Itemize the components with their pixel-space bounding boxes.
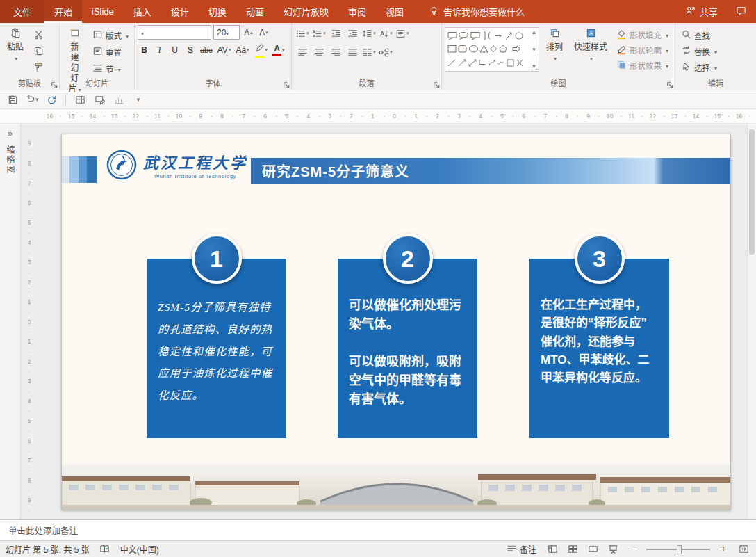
tab-动画[interactable]: 动画 [236, 0, 274, 23]
zoom-in-button[interactable] [716, 542, 730, 556]
paste-icon [10, 28, 21, 40]
vertical-scrollbar[interactable] [747, 124, 756, 519]
numbering-button[interactable] [311, 26, 327, 41]
format-painter-button[interactable] [31, 60, 46, 74]
highlight-color-button[interactable] [253, 43, 270, 57]
language-indicator[interactable]: 中文(中国) [120, 543, 159, 555]
align-left-button[interactable] [295, 45, 310, 60]
reading-view-button[interactable] [586, 542, 600, 556]
notes-toggle-button[interactable]: 备注 [504, 542, 539, 556]
shapes-gallery[interactable] [445, 27, 529, 72]
tab-文件[interactable]: 文件 [0, 0, 44, 23]
zoom-slider-thumb[interactable] [677, 545, 682, 554]
text-shadow-button[interactable]: S [183, 43, 197, 57]
customize-qat-button[interactable]: ▾ [130, 92, 147, 107]
tab-设计[interactable]: 设计 [161, 0, 199, 23]
slide-sorter-view-button[interactable] [566, 542, 580, 556]
paste-button[interactable]: 粘贴 [3, 25, 28, 76]
content-card-2[interactable]: 2可以做催化剂处理污染气体。 可以做吸附剂，吸附空气中的甲醛等有毒有害气体。 [338, 234, 477, 438]
redo-button[interactable] [43, 92, 60, 107]
content-card-1[interactable]: 1ZSM-5分子筛具有独特的孔道结构、良好的热稳定性和催化性能，可应用于油炼化过… [147, 234, 286, 438]
font-color-button[interactable]: A [271, 43, 286, 57]
ruler-mark: 8 [556, 109, 577, 123]
tab-审阅[interactable]: 审阅 [338, 0, 376, 23]
grow-font-button[interactable]: A [242, 26, 255, 40]
content-card-3[interactable]: 3在化工生产过程中，是很好的“择形反应”催化剂，还能参与MTO、甲苯歧化、二甲苯… [529, 234, 669, 438]
zoom-out-button[interactable] [626, 542, 640, 556]
share-button[interactable]: 共享 [677, 0, 726, 23]
find-button[interactable]: 查找 [678, 28, 720, 42]
find-icon [681, 29, 691, 41]
layout-button[interactable]: 版式 [90, 28, 131, 42]
character-spacing-button[interactable]: AV [216, 43, 233, 57]
justify-button[interactable] [345, 45, 360, 60]
convert-smartart-button[interactable] [378, 45, 393, 60]
columns-button[interactable] [361, 45, 377, 60]
bold-button[interactable]: B [138, 43, 151, 57]
gallery-up-icon[interactable]: ▲ [532, 29, 537, 35]
font-dialog-launcher[interactable] [281, 80, 290, 88]
tab-iSlide[interactable]: iSlide [82, 0, 124, 23]
tab-插入[interactable]: 插入 [124, 0, 161, 23]
align-right-button[interactable] [328, 45, 343, 60]
font-name-combo[interactable] [138, 25, 211, 40]
quick-styles-button[interactable]: A 快速样式 [570, 25, 611, 76]
editing-group-label: 编辑 [675, 77, 756, 88]
increase-indent-button[interactable] [345, 26, 360, 41]
horizontal-ruler[interactable]: 1615141312111098765432101234567891011121… [39, 109, 750, 123]
start-inking-button[interactable] [91, 92, 108, 107]
drawing-dialog-launcher[interactable] [665, 80, 673, 88]
text-direction-button[interactable] [378, 26, 393, 41]
expand-thumbnails-icon[interactable] [8, 128, 13, 138]
cut-button[interactable] [31, 28, 46, 42]
tell-me-box[interactable]: 告诉我你想要做什么 [429, 0, 525, 23]
shape-effects-button[interactable]: 形状效果 [614, 58, 671, 72]
tab-开始[interactable]: 开始 [44, 0, 82, 23]
strikethrough-button[interactable]: abc [199, 43, 214, 57]
align-text-button[interactable] [395, 26, 410, 41]
replace-button[interactable]: 替换 [678, 44, 720, 58]
gallery-down-icon[interactable]: ▼ [532, 47, 537, 53]
slide-canvas[interactable]: 武汉工程大学 Wuhan Institute of Technology 研究Z… [61, 134, 731, 510]
undo-button[interactable]: ▾ [24, 92, 40, 107]
shrink-font-button[interactable]: A [257, 26, 270, 40]
copy-button[interactable] [31, 44, 46, 58]
quick-access-toolbar: ▾ ▾ [0, 90, 756, 109]
change-case-button[interactable]: Aa [234, 43, 250, 57]
normal-view-button[interactable] [545, 542, 559, 556]
font-size-combo[interactable]: 20 [213, 25, 240, 40]
comments-button[interactable] [726, 0, 756, 23]
section-button[interactable]: 节 [90, 61, 131, 76]
shape-outline-button[interactable]: 形状轮廓 [614, 43, 671, 57]
spell-check-icon[interactable] [98, 542, 112, 556]
select-button[interactable]: 选择 [678, 60, 720, 74]
tab-切换[interactable]: 切换 [199, 0, 236, 23]
tab-视图[interactable]: 视图 [376, 0, 413, 23]
shapes-gallery-scroll[interactable]: ▲▼▼̲ [529, 27, 539, 72]
align-center-button[interactable] [311, 45, 327, 60]
clipboard-dialog-launcher[interactable] [49, 80, 58, 88]
line-spacing-button[interactable] [361, 26, 377, 41]
header-decoration [62, 156, 97, 183]
bullets-button[interactable] [295, 26, 310, 41]
shape-fill-button[interactable]: 形状填充 [614, 28, 671, 42]
tab-幻灯片放映[interactable]: 幻灯片放映 [274, 0, 338, 23]
italic-button[interactable]: I [153, 43, 166, 57]
arrange-button[interactable]: 排列 [542, 25, 567, 76]
new-slide-button[interactable]: 新建幻灯片 [63, 25, 87, 76]
thumbnail-pane-collapsed[interactable]: 缩略图 [0, 124, 21, 519]
slideshow-button[interactable] [606, 542, 620, 556]
scrollbar-thumb[interactable] [749, 129, 755, 255]
vertical-ruler[interactable]: 9876543210123456789 [21, 134, 38, 510]
fit-slide-to-window-button[interactable] [737, 542, 750, 556]
reset-button[interactable]: 重置 [90, 45, 131, 59]
decrease-indent-button[interactable] [328, 26, 343, 41]
underline-button[interactable]: U [168, 43, 181, 57]
zoom-slider[interactable] [646, 542, 710, 556]
save-button[interactable] [4, 92, 21, 107]
notes-pane[interactable]: 单击此处添加备注 [0, 519, 756, 540]
paragraph-dialog-launcher[interactable] [432, 80, 440, 88]
slide-title-banner[interactable]: 研究ZSM-5分子筛意义 [251, 158, 730, 184]
gallery-more-icon[interactable]: ▼̲ [532, 63, 537, 70]
chart-quick-button[interactable] [110, 92, 127, 107]
